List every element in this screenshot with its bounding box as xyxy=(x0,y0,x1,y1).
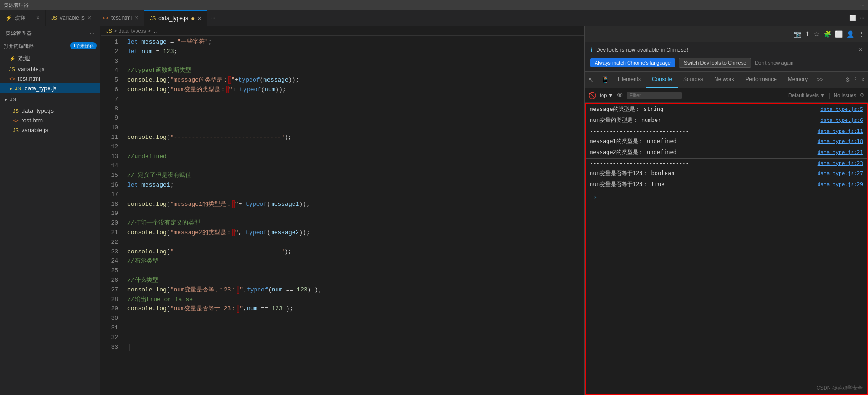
devtools-close-icon[interactable]: × xyxy=(861,77,864,83)
sidebar-item-welcome[interactable]: ⚡ 欢迎 xyxy=(0,53,100,64)
tab-datatype-close[interactable]: × xyxy=(198,15,201,22)
top-dropdown[interactable]: top ▼ xyxy=(600,93,613,98)
main-area: 资源管理器 ··· 打开的编辑器 1个未保存 ⚡ 欢迎 JS variable.… xyxy=(0,26,868,395)
share-icon[interactable]: ⬆ xyxy=(805,30,810,38)
no-issues-label: No Issues xyxy=(834,93,856,98)
tab-datatype[interactable]: JS data_type.js ● × xyxy=(144,10,207,26)
sidebar-js-section[interactable]: ▼ JS xyxy=(0,95,100,104)
console-link-1[interactable]: data_type.js:5 xyxy=(820,106,863,112)
titlebar-title: 资源管理器 xyxy=(4,2,29,9)
tab-sources[interactable]: Sources xyxy=(678,72,709,88)
open-editors-label: 打开的编辑器 xyxy=(4,43,34,49)
titlebar-menu-dots[interactable]: ··· xyxy=(860,2,864,8)
code-line-11: console.log("---------------------------… xyxy=(127,133,580,143)
code-line-4: //typeof函数判断类型 xyxy=(127,66,580,76)
js-file-testhtml-label: test.html xyxy=(22,117,44,124)
sidebar-dot-icon: ● xyxy=(9,86,12,91)
js-file-datatype[interactable]: JS data_type.js xyxy=(0,106,100,115)
code-line-7 xyxy=(127,95,580,104)
tab-variable[interactable]: JS variable.js × xyxy=(46,10,97,26)
tab-welcome[interactable]: ⚡ 欢迎 × xyxy=(0,10,46,26)
devtools-tab-more[interactable]: >> xyxy=(813,77,827,83)
console-link-sep2[interactable]: data_type.js:23 xyxy=(818,160,863,166)
block-icon[interactable]: 🚫 xyxy=(588,92,596,99)
notification-close[interactable]: × xyxy=(858,46,863,54)
sidebar-more-icon[interactable]: ··· xyxy=(90,31,95,36)
sidebar-variable-label: variable.js xyxy=(18,66,45,72)
code-line-33: │ xyxy=(127,343,580,352)
unsaved-badge: 1个未保存 xyxy=(70,42,97,49)
code-line-23: console.log("---------------------------… xyxy=(127,247,580,257)
sidebar-item-variable[interactable]: JS variable.js xyxy=(0,64,100,74)
tab-variable-close[interactable]: × xyxy=(87,14,91,22)
default-levels-select[interactable]: Default levels ▼ xyxy=(788,93,825,98)
tabbar-more-icon[interactable]: ··· xyxy=(860,15,864,21)
tab-elements[interactable]: Elements xyxy=(613,72,646,88)
star-icon[interactable]: ☆ xyxy=(814,30,820,38)
welcome-icon: ⚡ xyxy=(5,15,12,21)
devtools-cursor-icon[interactable]: ↖ xyxy=(585,76,597,83)
editor-content[interactable]: 12345 678910 1112131415 1617181920 21222… xyxy=(101,36,584,395)
code-line-28: //输出true or false xyxy=(127,295,580,305)
console-toolbar: 🚫 top ▼ 👁 Default levels ▼ | No Issues ⚙ xyxy=(585,88,868,103)
console-link-7[interactable]: data_type.js:27 xyxy=(818,170,863,176)
console-link-8[interactable]: data_type.js:29 xyxy=(818,181,863,187)
code-line-24: //布尔类型 xyxy=(127,257,580,266)
match-language-button[interactable]: Always match Chrome's language xyxy=(590,58,675,67)
tab-testhtml-close[interactable]: × xyxy=(135,14,138,22)
code-line-13: //undefined xyxy=(127,152,580,162)
console-link-5[interactable]: data_type.js:21 xyxy=(818,149,863,155)
issues-icon[interactable]: ⚙ xyxy=(860,92,864,98)
console-link-sep1[interactable]: data_type.js:11 xyxy=(818,128,863,134)
open-editors-section: 打开的编辑器 1个未保存 xyxy=(0,40,100,51)
breadcrumb-js: JS xyxy=(106,28,112,33)
notification-message: DevTools is now available in Chinese! xyxy=(596,47,688,53)
devtools-settings-icon[interactable]: ⚙ xyxy=(845,77,850,83)
sidebar-item-testhtml[interactable]: <> test.html xyxy=(0,74,100,83)
js-file-testhtml[interactable]: <> test.html xyxy=(0,115,100,125)
tab-network[interactable]: Network xyxy=(709,72,740,88)
menu-icon[interactable]: ⋮ xyxy=(858,30,864,38)
tabbar: ⚡ 欢迎 × JS variable.js × <> test.html × J… xyxy=(0,10,868,26)
tab-testhtml[interactable]: <> test.html × xyxy=(97,10,144,26)
js-file-variable[interactable]: JS variable.js xyxy=(0,125,100,135)
toolbar-separator: | xyxy=(829,92,830,99)
console-line-4: message1的类型是： undefined data_type.js:18 xyxy=(586,136,867,147)
tab-welcome-close[interactable]: × xyxy=(36,14,40,22)
console-chevron[interactable]: › xyxy=(590,192,601,203)
devtools-notification: ℹ DevTools is now available in Chinese! … xyxy=(585,42,868,72)
tab-performance-label: Performance xyxy=(745,76,777,82)
console-text-8: num变量是否等于123： true xyxy=(590,181,818,188)
code-line-27: console.log("num变量是否等于123：",typeof(num =… xyxy=(127,285,580,295)
devtools-more-icon[interactable]: ⋮ xyxy=(853,77,858,83)
console-line-5: message2的类型是： undefined data_type.js:21 xyxy=(586,147,867,158)
profile-icon[interactable]: 👤 xyxy=(846,30,854,38)
tabbar-more-button[interactable]: ··· xyxy=(207,10,219,26)
devtools-device-icon[interactable]: 📱 xyxy=(597,76,613,83)
code-line-1: let message = "一些字符"; xyxy=(127,38,580,47)
js-file-variable-label: variable.js xyxy=(22,126,49,133)
puzzle-icon[interactable]: ⬜ xyxy=(835,30,843,38)
console-arrow-line[interactable]: › xyxy=(586,190,867,204)
sidebar-item-datatype[interactable]: ● JS data_type.js xyxy=(0,83,100,93)
code-line-25 xyxy=(127,266,580,276)
extension-icon[interactable]: 🧩 xyxy=(824,30,831,38)
switch-language-button[interactable]: Switch DevTools to Chinese xyxy=(679,58,751,68)
console-link-2[interactable]: data_type.js:6 xyxy=(820,117,863,123)
js-icon-datatype: JS xyxy=(150,16,156,21)
dont-show-button[interactable]: Don't show again xyxy=(755,60,793,66)
code-line-15: // 定义了但是没有赋值 xyxy=(127,171,580,181)
console-output[interactable]: message的类型是： string data_type.js:5 num变量… xyxy=(585,103,868,395)
sidebar-testhtml-label: test.html xyxy=(18,75,40,82)
filter-input[interactable] xyxy=(627,92,682,99)
tab-performance[interactable]: Performance xyxy=(740,72,782,88)
code-line-19 xyxy=(127,209,580,219)
tab-memory[interactable]: Memory xyxy=(782,72,813,88)
code-area[interactable]: let message = "一些字符"; let num = 123; //t… xyxy=(124,36,584,395)
tab-console[interactable]: Console xyxy=(646,72,678,88)
console-link-4[interactable]: data_type.js:18 xyxy=(818,138,863,144)
eye-icon[interactable]: 👁 xyxy=(617,92,623,99)
screenshot-icon[interactable]: 📷 xyxy=(793,30,801,38)
breadcrumb-sep2: > xyxy=(148,28,151,33)
split-editor-icon[interactable]: ⬜ xyxy=(849,15,856,21)
